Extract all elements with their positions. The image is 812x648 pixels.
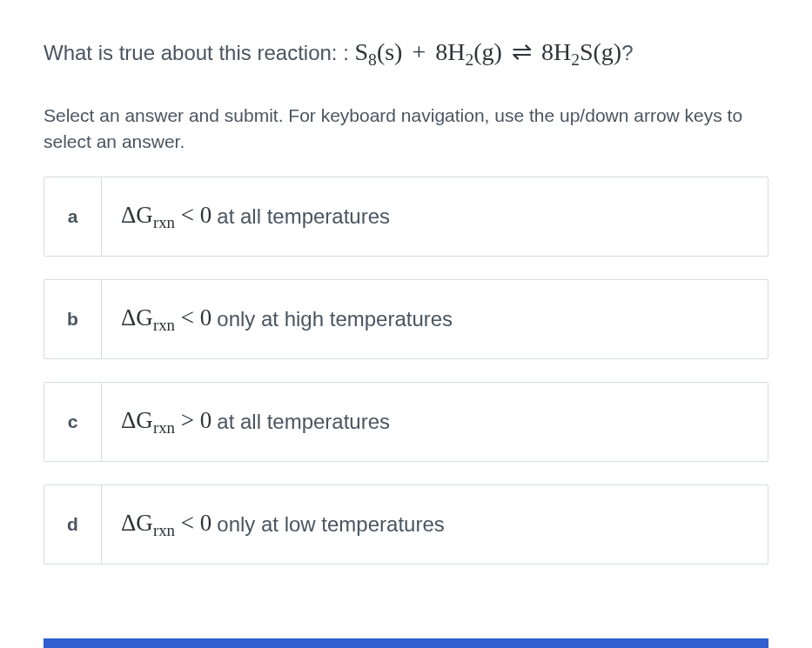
option-body: ΔGrxn > 0 at all temperatures (102, 383, 409, 461)
delta-g: ΔG (121, 510, 153, 536)
product-sub: 2 (571, 50, 580, 69)
question-card: What is true about this reaction: : S8(s… (0, 0, 812, 648)
reactant1-species: S (355, 38, 369, 65)
rxn-subscript: rxn (153, 418, 175, 437)
option-letter: a (44, 177, 102, 256)
option-a[interactable]: a ΔGrxn < 0 at all temperatures (44, 177, 768, 257)
answer-instructions: Select an answer and submit. For keyboar… (44, 103, 768, 154)
option-tail: only at high temperatures (217, 305, 453, 332)
delta-g: ΔG (121, 202, 153, 228)
option-tail: at all temperatures (217, 408, 390, 435)
delta-g: ΔG (121, 407, 153, 433)
reactant2-state: (g) (473, 38, 502, 65)
option-d[interactable]: d ΔGrxn < 0 only at low temperatures (44, 484, 768, 564)
spacer (44, 564, 768, 638)
option-tail: only at low temperatures (217, 511, 444, 538)
reactant1-sub: 8 (368, 50, 377, 69)
option-letter: c (44, 383, 102, 461)
option-letter: b (44, 280, 102, 358)
reactant2-coef: 8H (435, 38, 465, 65)
option-body: ΔGrxn < 0 only at low temperatures (102, 485, 464, 564)
rxn-subscript: rxn (153, 213, 175, 231)
option-body: ΔGrxn < 0 at all temperatures (102, 177, 409, 256)
rxn-subscript: rxn (153, 521, 175, 539)
option-c[interactable]: c ΔGrxn > 0 at all temperatures (44, 382, 768, 462)
product-tail: S(g) (580, 38, 621, 65)
options-list: a ΔGrxn < 0 at all temperatures b ΔGrxn … (44, 177, 768, 564)
question-prefix: What is true about this reaction: : (44, 41, 355, 64)
progress-bar (44, 638, 768, 648)
reactant1-state: (s) (377, 38, 403, 65)
plus-operator: + (402, 38, 435, 65)
content-area: What is true about this reaction: : S8(s… (44, 35, 768, 564)
option-body: ΔGrxn < 0 only at high temperatures (102, 280, 472, 358)
delta-g-expression: ΔGrxn < 0 (121, 200, 211, 233)
delta-g-expression: ΔGrxn < 0 (121, 303, 211, 336)
delta-g: ΔG (121, 304, 153, 331)
greater-than-zero: > 0 (175, 407, 211, 433)
question-suffix: ? (621, 41, 633, 64)
less-than-zero: < 0 (175, 510, 211, 536)
reactant2-sub: 2 (465, 50, 473, 69)
option-tail: at all temperatures (217, 203, 390, 230)
delta-g-expression: ΔGrxn > 0 (121, 405, 211, 438)
equilibrium-arrow: ⇌ (502, 38, 541, 65)
less-than-zero: < 0 (175, 304, 211, 331)
rxn-subscript: rxn (153, 316, 175, 334)
option-b[interactable]: b ΔGrxn < 0 only at high temperatures (44, 279, 768, 359)
question-stem: What is true about this reaction: : S8(s… (44, 35, 768, 71)
option-letter: d (44, 485, 102, 564)
delta-g-expression: ΔGrxn < 0 (121, 508, 211, 541)
less-than-zero: < 0 (175, 202, 211, 228)
reaction-equation: S8(s) + 8H2(g) ⇌ 8H2S(g) (355, 38, 622, 65)
product-coef: 8H (541, 38, 571, 65)
